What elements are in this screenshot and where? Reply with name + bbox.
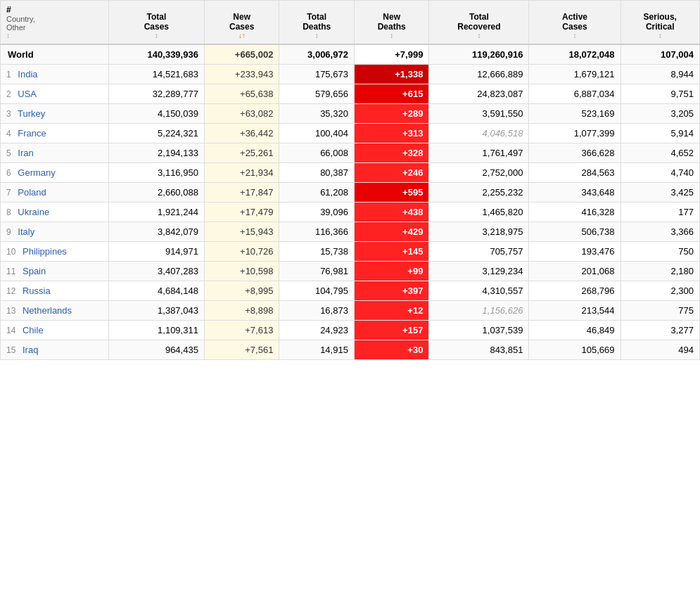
total-cases: 1,387,043 bbox=[108, 301, 204, 321]
active-cases: 366,628 bbox=[529, 143, 621, 163]
new-deaths: +99 bbox=[354, 262, 429, 281]
total-recovered: 4,310,557 bbox=[429, 281, 529, 301]
col-header-total-recovered[interactable]: TotalRecovered ↕ bbox=[429, 1, 529, 45]
new-deaths: +289 bbox=[354, 104, 429, 124]
serious: 750 bbox=[621, 242, 699, 262]
active-cases: 1,077,399 bbox=[529, 124, 621, 143]
new-cases: +10,726 bbox=[204, 242, 279, 262]
serious: 494 bbox=[621, 340, 699, 360]
total-cases: 14,521,683 bbox=[108, 65, 204, 84]
table-row: 11 Spain 3,407,283 +10,598 76,981 +99 3,… bbox=[1, 262, 700, 281]
table-row: 2 USA 32,289,777 +65,638 579,656 +615 24… bbox=[1, 84, 700, 104]
serious: 3,425 bbox=[621, 183, 699, 203]
total-recovered: 3,591,550 bbox=[429, 104, 529, 124]
table-row: 9 Italy 3,842,079 +15,943 116,366 +429 3… bbox=[1, 222, 700, 242]
new-cases: +21,934 bbox=[204, 163, 279, 183]
active-cases: 284,563 bbox=[529, 163, 621, 183]
country-link[interactable]: France bbox=[18, 128, 46, 139]
country-link[interactable]: India bbox=[18, 69, 37, 79]
total-recovered: 1,156,626 bbox=[429, 301, 529, 321]
new-deaths: +145 bbox=[354, 242, 429, 262]
active-cases: 268,796 bbox=[529, 281, 621, 301]
col-header-serious[interactable]: Serious,Critical ↕ bbox=[621, 1, 699, 45]
total-cases: 3,116,950 bbox=[108, 163, 204, 183]
table-row: 13 Netherlands 1,387,043 +8,898 16,873 +… bbox=[1, 301, 700, 321]
country-link[interactable]: Spain bbox=[23, 266, 46, 276]
country-link[interactable]: Chile bbox=[23, 325, 44, 335]
col-header-new-cases[interactable]: NewCases ↓↑ bbox=[204, 1, 279, 45]
new-deaths: +1,338 bbox=[354, 65, 429, 84]
new-deaths: +30 bbox=[354, 340, 429, 360]
col-header-total-deaths[interactable]: TotalDeaths ↕ bbox=[279, 1, 355, 45]
total-cases: 914,971 bbox=[108, 242, 204, 262]
table-row: 7 Poland 2,660,088 +17,847 61,208 +595 2… bbox=[1, 183, 700, 203]
total-cases: 3,842,079 bbox=[108, 222, 204, 242]
country-link[interactable]: Iran bbox=[18, 148, 33, 158]
new-cases: +7,613 bbox=[204, 321, 279, 340]
serious: 2,300 bbox=[621, 281, 699, 301]
row-idx: 10 Philippines bbox=[1, 242, 109, 262]
country-link[interactable]: Italy bbox=[18, 226, 34, 237]
country-link[interactable]: Philippines bbox=[23, 246, 67, 257]
world-new-deaths: +7,999 bbox=[354, 44, 429, 65]
row-idx: 11 Spain bbox=[1, 262, 109, 281]
total-deaths: 39,096 bbox=[279, 203, 355, 222]
world-total-deaths: 3,006,972 bbox=[279, 44, 355, 65]
new-cases: +7,561 bbox=[204, 340, 279, 360]
total-cases: 32,289,777 bbox=[108, 84, 204, 104]
table-row: 10 Philippines 914,971 +10,726 15,738 +1… bbox=[1, 242, 700, 262]
new-cases: +36,442 bbox=[204, 124, 279, 143]
country-link[interactable]: Russia bbox=[23, 286, 51, 296]
total-recovered: 843,851 bbox=[429, 340, 529, 360]
country-link[interactable]: Turkey bbox=[18, 108, 45, 119]
total-deaths: 16,873 bbox=[279, 301, 355, 321]
row-idx: 7 Poland bbox=[1, 183, 109, 203]
new-deaths: +313 bbox=[354, 124, 429, 143]
new-deaths: +157 bbox=[354, 321, 429, 340]
row-idx: 2 USA bbox=[1, 84, 109, 104]
country-link[interactable]: Ukraine bbox=[18, 207, 49, 217]
col-header-active-cases[interactable]: ActiveCases ↕ bbox=[529, 1, 621, 45]
serious: 4,652 bbox=[621, 143, 699, 163]
new-cases: +8,898 bbox=[204, 301, 279, 321]
table-row: 1 India 14,521,683 +233,943 175,673 +1,3… bbox=[1, 65, 700, 84]
country-link[interactable]: USA bbox=[18, 89, 37, 99]
new-cases: +10,598 bbox=[204, 262, 279, 281]
col-header-idx[interactable]: # Country,Other ↕ bbox=[1, 1, 109, 45]
total-deaths: 61,208 bbox=[279, 183, 355, 203]
country-link[interactable]: Iraq bbox=[23, 345, 38, 355]
row-idx: 13 Netherlands bbox=[1, 301, 109, 321]
active-cases: 343,648 bbox=[529, 183, 621, 203]
country-link[interactable]: Poland bbox=[18, 187, 46, 198]
row-idx: 1 India bbox=[1, 65, 109, 84]
col-header-total-cases[interactable]: TotalCases ↕ bbox=[108, 1, 204, 45]
world-active-cases: 18,072,048 bbox=[529, 44, 621, 65]
new-deaths: +595 bbox=[354, 183, 429, 203]
total-cases: 1,109,311 bbox=[108, 321, 204, 340]
total-recovered: 24,823,087 bbox=[429, 84, 529, 104]
active-cases: 506,738 bbox=[529, 222, 621, 242]
active-cases: 193,476 bbox=[529, 242, 621, 262]
new-cases: +25,261 bbox=[204, 143, 279, 163]
row-idx: 15 Iraq bbox=[1, 340, 109, 360]
total-recovered: 705,757 bbox=[429, 242, 529, 262]
row-idx: 9 Italy bbox=[1, 222, 109, 242]
new-cases: +17,479 bbox=[204, 203, 279, 222]
table-row: 5 Iran 2,194,133 +25,261 66,008 +328 1,7… bbox=[1, 143, 700, 163]
table-row: 3 Turkey 4,150,039 +63,082 35,320 +289 3… bbox=[1, 104, 700, 124]
new-deaths: +615 bbox=[354, 84, 429, 104]
country-link[interactable]: Netherlands bbox=[23, 305, 72, 316]
serious: 2,180 bbox=[621, 262, 699, 281]
total-deaths: 15,738 bbox=[279, 242, 355, 262]
new-deaths: +397 bbox=[354, 281, 429, 301]
total-cases: 1,921,244 bbox=[108, 203, 204, 222]
new-cases: +8,995 bbox=[204, 281, 279, 301]
total-deaths: 35,320 bbox=[279, 104, 355, 124]
total-deaths: 175,673 bbox=[279, 65, 355, 84]
table-row: 15 Iraq 964,435 +7,561 14,915 +30 843,85… bbox=[1, 340, 700, 360]
country-link[interactable]: Germany bbox=[18, 167, 55, 178]
col-header-new-deaths[interactable]: NewDeaths ↕ bbox=[354, 1, 429, 45]
serious: 5,914 bbox=[621, 124, 699, 143]
table-row: 12 Russia 4,684,148 +8,995 104,795 +397 … bbox=[1, 281, 700, 301]
total-deaths: 66,008 bbox=[279, 143, 355, 163]
